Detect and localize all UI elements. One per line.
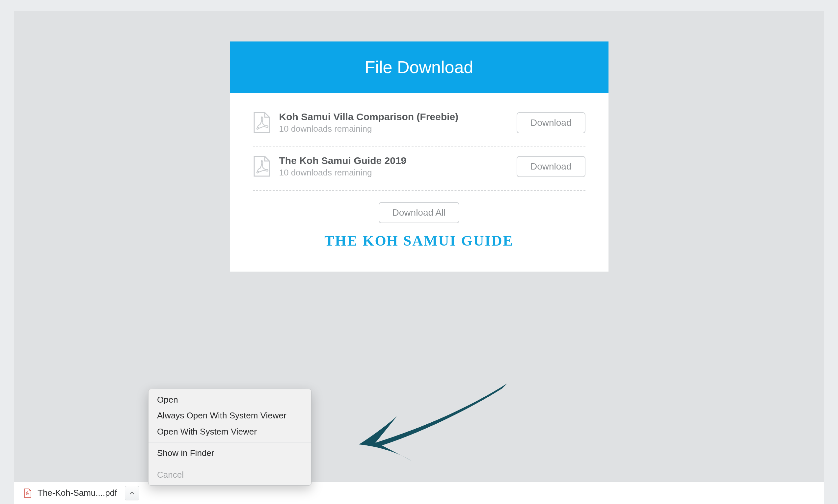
file-info: The Koh Samui Guide 2019 10 downloads re…: [279, 155, 517, 178]
menu-section: Open Always Open With System Viewer Open…: [148, 389, 311, 442]
menu-item-show-finder[interactable]: Show in Finder: [148, 445, 311, 461]
file-info: Koh Samui Villa Comparison (Freebie) 10 …: [279, 111, 517, 134]
menu-item-open-with[interactable]: Open With System Viewer: [148, 424, 311, 439]
download-filename: The-Koh-Samu....pdf: [38, 488, 117, 498]
download-context-menu: Open Always Open With System Viewer Open…: [148, 389, 311, 486]
file-title: The Koh Samui Guide 2019: [279, 155, 517, 166]
file-download-card: File Download Koh Samui Villa Comparison…: [230, 41, 608, 272]
brand-text: THE KOH SAMUI GUIDE: [324, 233, 514, 249]
pdf-small-icon: [24, 488, 32, 498]
download-button[interactable]: Download: [517, 112, 586, 133]
download-all-wrap: Download All: [253, 191, 586, 227]
card-title: File Download: [230, 41, 608, 93]
menu-section: Show in Finder: [148, 443, 311, 464]
menu-item-open[interactable]: Open: [148, 392, 311, 408]
file-title: Koh Samui Villa Comparison (Freebie): [279, 111, 517, 123]
menu-section: Cancel: [148, 464, 311, 485]
file-row: Koh Samui Villa Comparison (Freebie) 10 …: [253, 109, 586, 147]
chevron-up-icon: [129, 491, 135, 495]
download-button[interactable]: Download: [517, 156, 586, 177]
menu-item-always-open[interactable]: Always Open With System Viewer: [148, 408, 311, 424]
file-subtitle: 10 downloads remaining: [279, 167, 517, 178]
download-chip[interactable]: The-Koh-Samu....pdf: [24, 482, 144, 504]
file-row: The Koh Samui Guide 2019 10 downloads re…: [253, 147, 586, 191]
file-subtitle: 10 downloads remaining: [279, 124, 517, 134]
menu-item-cancel: Cancel: [148, 467, 311, 483]
pdf-icon: [253, 156, 271, 177]
pdf-icon: [253, 112, 271, 134]
brand-logo: THE KOH SAMUI GUIDE: [253, 227, 586, 258]
download-all-button[interactable]: Download All: [379, 202, 460, 223]
browser-download-bar: The-Koh-Samu....pdf: [14, 482, 824, 504]
download-options-button[interactable]: [125, 486, 139, 500]
card-body: Koh Samui Villa Comparison (Freebie) 10 …: [230, 93, 608, 272]
